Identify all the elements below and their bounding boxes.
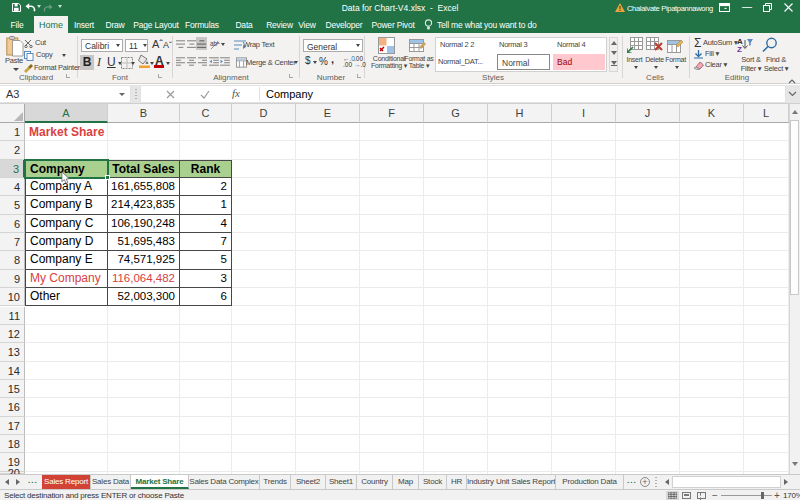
svg-text:Z: Z (737, 45, 742, 53)
svg-text:ab: ab (210, 40, 218, 47)
